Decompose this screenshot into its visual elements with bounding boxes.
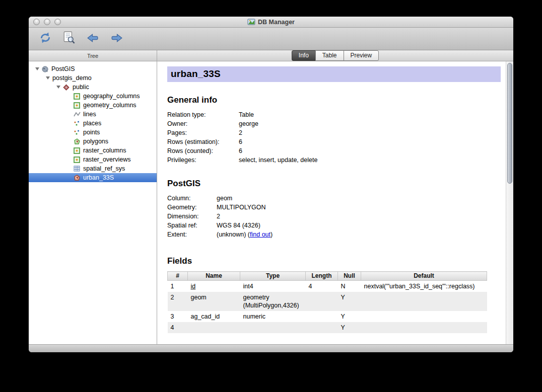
cell-name: id — [188, 281, 240, 292]
expander-placeholder — [66, 164, 73, 173]
tree-item-postgis_demo[interactable]: postgis_demo — [29, 73, 157, 83]
refresh-button[interactable] — [37, 30, 54, 47]
fields-column-header: # — [168, 272, 188, 281]
tree-item-polygons[interactable]: polygons — [29, 137, 157, 146]
cell-default — [361, 311, 487, 322]
expander-arrow-icon[interactable] — [56, 83, 62, 92]
info-row-label: Owner: — [167, 119, 239, 128]
tree-item-public[interactable]: public — [29, 83, 157, 92]
fields-row: 2geomgeometry (MultiPolygon,4326)Y — [168, 292, 487, 311]
cell-num: 4 — [168, 322, 188, 333]
cell-default: nextval('"urban_33S_id_seq"'::regclass) — [361, 281, 487, 292]
info-row: Column:geom — [167, 194, 501, 203]
info-row-label: Column: — [167, 194, 217, 203]
tabs-bar: InfoTablePreview — [157, 50, 513, 61]
object-title: urban_33S — [167, 66, 501, 82]
tree-item-places[interactable]: places — [29, 119, 157, 128]
expander-placeholder — [66, 110, 73, 119]
tree-item-geometry_columns[interactable]: geometry_columns — [29, 101, 157, 110]
points-icon — [73, 129, 81, 136]
info-row-label: Pages: — [167, 128, 239, 137]
info-row-value: george — [239, 119, 258, 128]
field-name-link[interactable]: id — [191, 283, 196, 290]
scrollbar-thumb[interactable] — [507, 63, 512, 184]
zoom-button[interactable] — [54, 19, 61, 25]
tab-preview[interactable]: Preview — [344, 50, 379, 61]
info-row: Dimension:2 — [167, 212, 501, 221]
tree-item-raster_columns[interactable]: raster_columns — [29, 146, 157, 155]
main-split: PostGISpostgis_demopublicgeography_colum… — [29, 61, 513, 344]
expander-arrow-icon[interactable] — [45, 73, 52, 83]
app-icon — [247, 18, 255, 26]
cell-default — [361, 322, 487, 333]
export-arrow-icon — [110, 32, 123, 46]
info-row-value: 6 — [239, 146, 242, 155]
window-title-area: DB Manager — [247, 18, 295, 26]
tree-item-label: PostGIS — [51, 65, 75, 72]
info-row: Privileges:select, insert, update, delet… — [167, 155, 501, 165]
export-layer-button[interactable] — [108, 30, 125, 47]
tree-item-PostGIS[interactable]: PostGIS — [29, 64, 157, 73]
expander-placeholder — [66, 119, 73, 128]
tree-item-urban_33S[interactable]: urban_33S — [29, 173, 157, 182]
tree-item-lines[interactable]: lines — [29, 110, 157, 119]
traffic-lights — [33, 19, 61, 25]
tree-item-label: geometry_columns — [83, 102, 137, 109]
titlebar[interactable]: DB Manager — [29, 17, 513, 28]
tree-panel: PostGISpostgis_demopublicgeography_colum… — [29, 61, 157, 344]
cell-num: 3 — [168, 311, 188, 322]
sql-window-button[interactable] — [60, 30, 78, 47]
vertical-scrollbar[interactable] — [506, 61, 513, 344]
tree-item-label: geography_columns — [83, 93, 140, 100]
sql-window-icon — [63, 31, 75, 46]
tree-item-raster_overviews[interactable]: raster_overviews — [29, 155, 157, 164]
info-row-label: Rows (estimation): — [167, 137, 239, 146]
fields-column-header: Length — [306, 272, 338, 281]
cell-type: numeric — [240, 311, 306, 322]
close-button[interactable] — [33, 19, 40, 25]
cell-type: int4 — [240, 281, 306, 292]
info-row-value: Table — [239, 110, 254, 119]
expander-arrow-icon[interactable] — [35, 64, 41, 73]
info-row: Pages:2 — [167, 128, 501, 137]
tree-item-label: urban_33S — [83, 174, 114, 181]
db-manager-window: DB Manager Tree InfoTablePreview PostGIS… — [29, 17, 513, 352]
tree-item-label: raster_columns — [83, 147, 126, 154]
find-out-link[interactable]: find out — [250, 231, 270, 238]
cell-null: Y — [338, 311, 361, 322]
cell-type: geometry (MultiPolygon,4326) — [240, 292, 306, 311]
urban-polygon-icon — [73, 174, 81, 182]
expander-placeholder — [66, 137, 73, 146]
schema-icon — [62, 84, 70, 91]
tree-item-label: lines — [83, 111, 96, 118]
fields-row: 1idint44Nnextval('"urban_33S_id_seq"'::r… — [168, 281, 487, 292]
info-row: Rows (counted):6 — [167, 146, 501, 155]
tree-item-label: public — [72, 84, 89, 91]
tree-item-spatial_ref_sys[interactable]: spatial_ref_sys — [29, 164, 157, 173]
info-row-value: WGS 84 (4326) — [217, 221, 260, 230]
cell-name: ag_cad_id — [188, 311, 240, 322]
table-icon — [73, 156, 81, 164]
minimize-button[interactable] — [44, 19, 50, 25]
info-row-value: (unknown) (find out) — [217, 230, 273, 239]
line-icon — [73, 111, 81, 118]
import-layer-button[interactable] — [84, 30, 101, 47]
info-row-value: MULTIPOLYGON — [217, 203, 265, 212]
tab-info[interactable]: Info — [292, 50, 316, 61]
points-icon — [73, 120, 81, 127]
tree-item-geography_columns[interactable]: geography_columns — [29, 92, 157, 101]
cell-length — [306, 322, 338, 333]
tree-item-points[interactable]: points — [29, 128, 157, 137]
tree-panel-title: Tree — [87, 53, 98, 59]
tree-item-label: raster_overviews — [83, 156, 130, 163]
cell-length — [306, 311, 338, 322]
fields-column-header: Type — [240, 272, 306, 281]
info-row-label: Extent: — [167, 230, 217, 239]
info-row-label: Spatial ref: — [167, 221, 217, 230]
tree-item-label: polygons — [83, 138, 108, 145]
info-row-value: 2 — [217, 212, 220, 221]
import-arrow-icon — [86, 32, 100, 46]
tab-table[interactable]: Table — [315, 50, 344, 61]
fields-row: 3ag_cad_idnumericY — [168, 311, 487, 322]
expander-placeholder — [66, 173, 73, 182]
